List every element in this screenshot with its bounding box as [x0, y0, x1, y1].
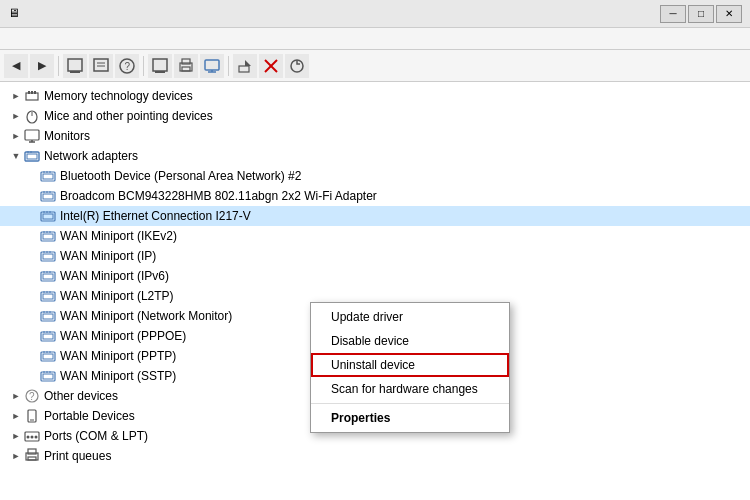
svg-rect-39 [43, 194, 53, 199]
tree-label-other: Other devices [44, 389, 118, 403]
svg-rect-11 [182, 67, 190, 71]
tree-label-monitors: Monitors [44, 129, 90, 143]
svg-rect-2 [94, 59, 108, 71]
toolbar-btn-help[interactable]: ? [115, 54, 139, 78]
minimize-button[interactable]: ─ [660, 5, 686, 23]
toolbar-btn-print[interactable] [174, 54, 198, 78]
svg-point-93 [27, 436, 30, 439]
tree-label-print: Print queues [44, 449, 111, 463]
expand-icon-broadcom[interactable] [24, 188, 40, 204]
toolbar-btn-delete[interactable] [259, 54, 283, 78]
toolbar-btn-edit[interactable] [233, 54, 257, 78]
svg-rect-8 [155, 71, 165, 73]
expand-icon-intel[interactable] [24, 208, 40, 224]
expand-icon-mice[interactable]: ► [8, 108, 24, 124]
toolbar-btn-1[interactable] [63, 54, 87, 78]
menu-view[interactable] [36, 37, 52, 41]
maximize-button[interactable]: □ [688, 5, 714, 23]
tree-item-network[interactable]: ▼ Network adapters [0, 146, 750, 166]
context-menu-item-scan[interactable]: Scan for hardware changes [311, 377, 509, 401]
svg-rect-12 [205, 60, 219, 70]
tree-item-memory[interactable]: ► Memory technology devices [0, 86, 750, 106]
svg-rect-49 [43, 234, 53, 239]
menu-help[interactable] [52, 37, 68, 41]
tree-item-monitors[interactable]: ► Monitors [0, 126, 750, 146]
svg-rect-59 [43, 274, 53, 279]
tree-label-wan2: WAN Miniport (IP) [60, 249, 156, 263]
svg-rect-74 [43, 334, 53, 339]
svg-rect-30 [27, 154, 37, 159]
close-button[interactable]: ✕ [716, 5, 742, 23]
tree-item-wan1[interactable]: WAN Miniport (IKEv2) [0, 226, 750, 246]
expand-icon-wan4[interactable] [24, 288, 40, 304]
expand-icon-other[interactable]: ► [8, 388, 24, 404]
expand-icon-wan6[interactable] [24, 328, 40, 344]
tree-item-print[interactable]: ► Print queues [0, 446, 750, 466]
expand-icon-portable[interactable]: ► [8, 408, 24, 424]
expand-icon-wan7[interactable] [24, 348, 40, 364]
expand-icon-wan5[interactable] [24, 308, 40, 324]
svg-rect-34 [43, 174, 53, 179]
expand-icon-bluetooth[interactable] [24, 168, 40, 184]
tree-item-bluetooth[interactable]: Bluetooth Device (Personal Area Network)… [0, 166, 750, 186]
device-icon-network [24, 148, 40, 164]
menu-action[interactable] [20, 37, 36, 41]
svg-text:?: ? [125, 61, 131, 72]
tree-item-wan3[interactable]: WAN Miniport (IPv6) [0, 266, 750, 286]
device-icon-wan7 [40, 348, 56, 364]
tree-label-mice: Mice and other pointing devices [44, 109, 213, 123]
expand-icon-monitors[interactable]: ► [8, 128, 24, 144]
svg-point-95 [35, 436, 38, 439]
context-menu-item-properties[interactable]: Properties [311, 406, 509, 430]
device-icon-memory [24, 88, 40, 104]
expand-icon-wan3[interactable] [24, 268, 40, 284]
svg-rect-23 [34, 91, 36, 94]
svg-rect-44 [43, 214, 53, 219]
context-menu-item-disable[interactable]: Disable device [311, 329, 509, 353]
device-icon-mice [24, 108, 40, 124]
device-icon-wan3 [40, 268, 56, 284]
tree-label-portable: Portable Devices [44, 409, 135, 423]
tree-label-bluetooth: Bluetooth Device (Personal Area Network)… [60, 169, 301, 183]
expand-icon-network[interactable]: ▼ [8, 148, 24, 164]
device-icon-bluetooth [40, 168, 56, 184]
context-menu-item-update[interactable]: Update driver [311, 305, 509, 329]
forward-button[interactable]: ▶ [30, 54, 54, 78]
svg-rect-84 [43, 374, 53, 379]
toolbar-btn-2[interactable] [89, 54, 113, 78]
main-content: ► Memory technology devices► Mice and ot… [0, 82, 750, 500]
expand-icon-memory[interactable]: ► [8, 88, 24, 104]
tree-label-ports: Ports (COM & LPT) [44, 429, 148, 443]
toolbar-btn-computer[interactable] [200, 54, 224, 78]
svg-rect-20 [26, 93, 38, 100]
tree-label-memory: Memory technology devices [44, 89, 193, 103]
menu-file[interactable] [4, 37, 20, 41]
device-icon-broadcom [40, 188, 56, 204]
toolbar: ◀ ▶ ? [0, 50, 750, 82]
tree-item-broadcom[interactable]: Broadcom BCM943228HMB 802.11abgn 2x2 Wi-… [0, 186, 750, 206]
tree-label-intel: Intel(R) Ethernet Connection I217-V [60, 209, 251, 223]
expand-icon-ports[interactable]: ► [8, 428, 24, 444]
title-bar: 🖥 ─ □ ✕ [0, 0, 750, 28]
svg-rect-1 [70, 71, 80, 73]
expand-icon-print[interactable]: ► [8, 448, 24, 464]
context-menu: Update driverDisable deviceUninstall dev… [310, 302, 510, 433]
expand-icon-wan1[interactable] [24, 228, 40, 244]
tree-item-intel[interactable]: Intel(R) Ethernet Connection I217-V [0, 206, 750, 226]
tree-item-mice[interactable]: ► Mice and other pointing devices [0, 106, 750, 126]
device-icon-other: ? [24, 388, 40, 404]
back-button[interactable]: ◀ [4, 54, 28, 78]
svg-rect-21 [28, 91, 30, 94]
context-menu-item-uninstall[interactable]: Uninstall device [311, 353, 509, 377]
expand-icon-wan8[interactable] [24, 368, 40, 384]
tree-item-wan2[interactable]: WAN Miniport (IP) [0, 246, 750, 266]
toolbar-btn-refresh[interactable] [285, 54, 309, 78]
expand-icon-wan2[interactable] [24, 248, 40, 264]
device-tree[interactable]: ► Memory technology devices► Mice and ot… [0, 82, 750, 500]
svg-rect-54 [43, 254, 53, 259]
tree-label-network: Network adapters [44, 149, 138, 163]
svg-rect-7 [153, 59, 167, 71]
toolbar-btn-3[interactable] [148, 54, 172, 78]
svg-rect-26 [25, 130, 39, 140]
tree-label-wan4: WAN Miniport (L2TP) [60, 289, 174, 303]
